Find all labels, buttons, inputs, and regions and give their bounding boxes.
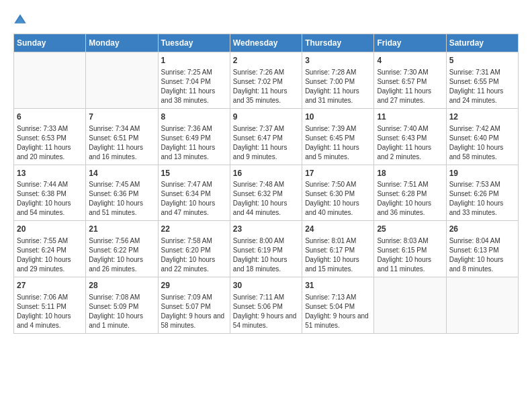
day-info-line: Sunrise: 7:09 AM [161,293,227,302]
calendar-day-cell: 17Sunrise: 7:50 AMSunset: 6:30 PMDayligh… [302,165,374,221]
day-info-line: Sunset: 6:20 PM [161,246,227,255]
day-info-line: Daylight: 10 hours and 44 minutes. [233,199,299,218]
calendar-header-row: SundayMondayTuesdayWednesdayThursdayFrid… [14,34,519,52]
day-info-line: Sunset: 7:04 PM [161,77,227,87]
calendar-day-cell: 8Sunrise: 7:36 AMSunset: 6:49 PMDaylight… [158,108,230,165]
day-info-line: Daylight: 10 hours and 11 minutes. [377,255,443,274]
day-info-line: Daylight: 11 hours and 31 minutes. [305,87,371,105]
day-info-line: Sunset: 5:09 PM [89,302,154,312]
day-info-line: Sunset: 6:30 PM [305,189,371,199]
page-header [13,13,519,27]
day-info-line: Sunrise: 7:08 AM [89,293,154,302]
calendar-day-cell: 23Sunrise: 8:00 AMSunset: 6:19 PMDayligh… [230,221,302,277]
day-info-line: Sunset: 6:22 PM [89,246,154,255]
day-info-line: Daylight: 10 hours and 29 minutes. [17,255,83,274]
day-info-line: Daylight: 9 hours and 51 minutes. [305,312,371,330]
day-number: 31 [305,280,371,291]
day-number: 17 [305,168,371,179]
calendar-day-cell: 15Sunrise: 7:47 AMSunset: 6:34 PMDayligh… [158,165,230,221]
day-info-line: Sunrise: 7:40 AM [377,124,443,134]
day-number: 20 [17,224,83,235]
day-info-line: Daylight: 10 hours and 40 minutes. [305,199,371,218]
calendar-day-cell: 6Sunrise: 7:33 AMSunset: 6:53 PMDaylight… [14,108,86,165]
day-info-line: Sunset: 6:15 PM [377,246,443,255]
day-info-line: Daylight: 9 hours and 54 minutes. [233,312,299,330]
day-info-line: Sunrise: 7:26 AM [233,68,299,77]
calendar-day-cell: 13Sunrise: 7:44 AMSunset: 6:38 PMDayligh… [14,165,86,221]
calendar-day-cell: 31Sunrise: 7:13 AMSunset: 5:04 PMDayligh… [302,277,374,334]
calendar-day-cell: 3Sunrise: 7:28 AMSunset: 7:00 PMDaylight… [302,52,374,109]
day-number: 27 [17,280,83,291]
day-info-line: Sunrise: 7:13 AM [305,293,371,302]
day-info-line: Sunset: 6:55 PM [449,77,515,87]
day-info-line: Sunset: 7:00 PM [305,77,371,87]
day-info-line: Sunrise: 7:47 AM [161,180,227,189]
day-info-line: Sunset: 6:40 PM [449,134,515,143]
day-info-line: Sunset: 5:04 PM [305,302,371,312]
day-info-line: Daylight: 10 hours and 15 minutes. [305,255,371,274]
calendar-day-cell: 12Sunrise: 7:42 AMSunset: 6:40 PMDayligh… [446,108,518,165]
day-number: 15 [161,168,227,179]
calendar-day-cell: 1Sunrise: 7:25 AMSunset: 7:04 PMDaylight… [158,52,230,109]
day-info-line: Sunrise: 7:11 AM [233,293,299,302]
calendar-weekday-header: Saturday [446,34,518,52]
day-info-line: Sunrise: 7:25 AM [161,68,227,77]
day-info-line: Daylight: 9 hours and 58 minutes. [161,312,227,330]
logo [13,13,30,27]
day-info-line: Sunrise: 7:37 AM [233,124,299,134]
day-number: 30 [233,280,299,291]
day-info-line: Sunrise: 8:01 AM [305,236,371,246]
calendar-day-cell: 25Sunrise: 8:03 AMSunset: 6:15 PMDayligh… [374,221,446,277]
calendar-day-cell: 27Sunrise: 7:06 AMSunset: 5:11 PMDayligh… [14,277,86,334]
day-info-line: Sunrise: 7:28 AM [305,68,371,77]
day-info-line: Daylight: 10 hours and 33 minutes. [449,199,515,218]
calendar-day-cell: 24Sunrise: 8:01 AMSunset: 6:17 PMDayligh… [302,221,374,277]
day-info-line: Daylight: 11 hours and 27 minutes. [377,87,443,105]
day-info-line: Daylight: 11 hours and 9 minutes. [233,143,299,162]
day-info-line: Sunset: 6:43 PM [377,134,443,143]
calendar-day-cell [86,52,158,109]
day-number: 22 [161,224,227,235]
calendar-day-cell [374,277,446,334]
day-number: 13 [17,168,83,179]
day-number: 7 [89,111,154,123]
day-info-line: Sunrise: 7:53 AM [449,180,515,189]
day-info-line: Sunset: 6:28 PM [377,189,443,199]
calendar-day-cell: 20Sunrise: 7:55 AMSunset: 6:24 PMDayligh… [14,221,86,277]
day-info-line: Sunrise: 8:04 AM [449,236,515,246]
day-info-line: Sunset: 5:07 PM [161,302,227,312]
day-info-line: Sunrise: 7:56 AM [89,236,154,246]
calendar-body: 1Sunrise: 7:25 AMSunset: 7:04 PMDaylight… [14,52,519,334]
day-info-line: Sunrise: 8:00 AM [233,236,299,246]
day-info-line: Sunrise: 7:06 AM [17,293,83,302]
day-number: 5 [449,55,515,66]
day-number: 24 [305,224,371,235]
day-number: 21 [89,224,154,235]
day-number: 9 [233,111,299,123]
calendar-day-cell: 11Sunrise: 7:40 AMSunset: 6:43 PMDayligh… [374,108,446,165]
calendar-day-cell: 9Sunrise: 7:37 AMSunset: 6:47 PMDaylight… [230,108,302,165]
calendar-day-cell: 18Sunrise: 7:51 AMSunset: 6:28 PMDayligh… [374,165,446,221]
day-info-line: Sunrise: 7:34 AM [89,124,154,134]
day-number: 18 [377,168,443,179]
day-info-line: Sunset: 6:47 PM [233,134,299,143]
calendar-day-cell: 4Sunrise: 7:30 AMSunset: 6:57 PMDaylight… [374,52,446,109]
day-info-line: Daylight: 11 hours and 2 minutes. [377,143,443,162]
day-info-line: Sunrise: 8:03 AM [377,236,443,246]
calendar-weekday-header: Monday [86,34,158,52]
day-info-line: Daylight: 10 hours and 18 minutes. [233,255,299,274]
day-info-line: Sunrise: 7:48 AM [233,180,299,189]
day-number: 29 [161,280,227,291]
day-info-line: Sunset: 5:11 PM [17,302,83,312]
day-info-line: Sunset: 7:02 PM [233,77,299,87]
calendar-day-cell: 21Sunrise: 7:56 AMSunset: 6:22 PMDayligh… [86,221,158,277]
day-info-line: Daylight: 11 hours and 35 minutes. [233,87,299,105]
calendar-day-cell: 10Sunrise: 7:39 AMSunset: 6:45 PMDayligh… [302,108,374,165]
day-info-line: Daylight: 11 hours and 5 minutes. [305,143,371,162]
day-info-line: Sunrise: 7:58 AM [161,236,227,246]
calendar-table: SundayMondayTuesdayWednesdayThursdayFrid… [13,34,519,334]
day-info-line: Daylight: 10 hours and 36 minutes. [377,199,443,218]
calendar-weekday-header: Wednesday [230,34,302,52]
calendar-weekday-header: Sunday [14,34,86,52]
day-number: 16 [233,168,299,179]
